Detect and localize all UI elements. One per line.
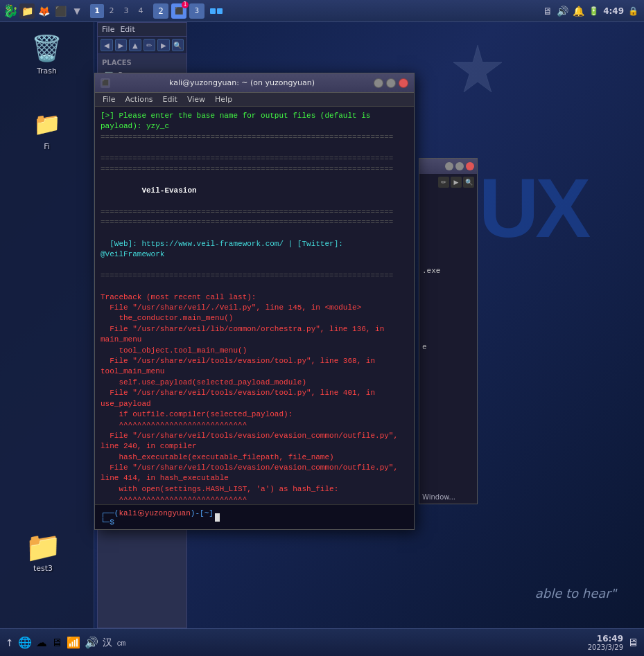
terminal-cursor bbox=[215, 513, 220, 522]
app-icon-browser[interactable]: 📁 bbox=[19, 3, 35, 19]
bottom-lang-icon[interactable]: 汉 bbox=[103, 637, 112, 649]
workspace-3[interactable]: 3 bbox=[119, 4, 133, 18]
terminal-web-line: [Web]: https://www.veil-framework.com/ |… bbox=[101, 240, 343, 258]
another-badge[interactable]: 3 bbox=[189, 3, 204, 19]
bottom-date: 2023/3/29 bbox=[588, 644, 623, 651]
app-icon-terminal[interactable]: ⬛ bbox=[53, 3, 68, 19]
terminal-traceback-13: File "/usr/share/veil/tools/evasion/evas… bbox=[101, 463, 398, 482]
terminal-body[interactable]: [>] Please enter the base name for outpu… bbox=[95, 107, 414, 504]
fm-up-btn[interactable]: ▲ bbox=[129, 39, 141, 51]
exe-label: .exe bbox=[422, 267, 440, 275]
ux-text: UX bbox=[479, 160, 588, 256]
volume-icon[interactable]: 🔊 bbox=[557, 6, 568, 17]
test3-desktop-icon[interactable]: 📁 test3 bbox=[25, 530, 61, 573]
terminal-input-line: ┌──(kali㉿yuzongyuan)-[~] └─$ bbox=[95, 504, 414, 529]
bottom-right-icon[interactable]: 🖥 bbox=[627, 636, 638, 649]
fm-search-btn[interactable]: 🔍 bbox=[172, 39, 184, 51]
bottom-monitor-icon[interactable]: 🖥 bbox=[51, 636, 62, 649]
window-bottom-label: Window... bbox=[422, 493, 455, 501]
active-app-badge[interactable]: 2 bbox=[153, 3, 168, 19]
battery-icon[interactable]: 🔋 bbox=[589, 6, 599, 16]
trash-icon[interactable]: 🗑️ Trash bbox=[19, 29, 75, 78]
lock-icon[interactable]: 🔒 bbox=[628, 6, 638, 16]
screen-icon[interactable]: 🖥 bbox=[543, 6, 552, 17]
app-icon-chevron[interactable]: ▼ bbox=[69, 3, 85, 19]
terminal-menu-actions[interactable]: Actions bbox=[123, 94, 155, 105]
terminal-sep-1: ========================================… bbox=[101, 133, 393, 141]
bottom-globe-icon[interactable]: 🌐 bbox=[18, 636, 32, 649]
second-win-close[interactable] bbox=[466, 162, 474, 170]
time-display: 16:49 2023/3/29 bbox=[588, 634, 623, 651]
fm-menu-edit[interactable]: Edit bbox=[120, 25, 134, 34]
second-win-edit-btn[interactable]: ✏ bbox=[438, 177, 449, 188]
terminal-badge[interactable]: ⬛ 1 bbox=[171, 3, 186, 19]
terminal-traceback-4: File "/usr/share/veil/lib/common/orchest… bbox=[101, 325, 384, 344]
second-win-toolbar: ✏ ▶ 🔍 bbox=[422, 177, 474, 188]
terminal-menu-edit[interactable]: Edit bbox=[161, 94, 180, 105]
ux-subtitle: able to hear" bbox=[535, 586, 616, 601]
terminal-sep-5: ========================================… bbox=[101, 218, 393, 227]
test3-folder-img: 📁 bbox=[25, 530, 61, 564]
terminal-traceback-5: tool_object.tool_main_menu() bbox=[101, 346, 247, 355]
notification-icon[interactable]: 🔔 bbox=[573, 6, 584, 17]
terminal-icon: ⬛ bbox=[101, 78, 110, 88]
bottom-arrow-icon[interactable]: ↑ bbox=[6, 637, 14, 648]
terminal-title: kali@yuzongyuan: ~ (on yuzongyuan) bbox=[110, 78, 374, 87]
terminal-prompt-open-paren: ┌──( bbox=[101, 509, 119, 517]
network-indicator bbox=[210, 8, 223, 14]
fm-edit-btn[interactable]: ✏ bbox=[143, 39, 156, 51]
terminal-menu-help[interactable]: Help bbox=[213, 94, 234, 105]
folder-icon-img: 📁 bbox=[31, 107, 64, 141]
terminal-traceback-2: File "/usr/share/veil/./Veil.py", line 1… bbox=[101, 303, 361, 312]
bottom-cloud-icon[interactable]: ☁ bbox=[36, 636, 47, 649]
test3-label: test3 bbox=[33, 564, 53, 573]
terminal-traceback-7: self.use_payload(selected_payload_module… bbox=[101, 378, 306, 387]
taskbar-top-right: 🖥 🔊 🔔 🔋 4:49 🔒 bbox=[543, 6, 644, 17]
terminal-prompt-user: kali㉿yuzongyuan bbox=[119, 509, 190, 517]
terminal-titlebar: ⬛ kali@yuzongyuan: ~ (on yuzongyuan) bbox=[95, 73, 414, 93]
bottom-tray-icons: ↑ 🌐 ☁ 🖥 📶 🔊 汉 ㎝ bbox=[6, 636, 126, 649]
fm-back-btn[interactable]: ◀ bbox=[101, 39, 113, 51]
close-button[interactable] bbox=[399, 78, 408, 88]
workspace-1[interactable]: 1 bbox=[90, 4, 104, 18]
terminal-traceback-8: File "/usr/share/veil/tools/evasion/tool… bbox=[101, 389, 375, 407]
fm-toolbar: ◀ ▶ ▲ ✏ ▶ 🔍 bbox=[98, 37, 186, 54]
bottom-volume-icon[interactable]: 🔊 bbox=[85, 636, 98, 649]
app-icon-kali[interactable]: 🐉 bbox=[3, 3, 18, 19]
terminal-line-1: [>] Please enter the base name for outpu… bbox=[101, 112, 370, 130]
fm-next-btn[interactable]: ▶ bbox=[157, 39, 170, 51]
second-win-search-btn[interactable]: 🔍 bbox=[463, 177, 474, 188]
fm-menu-file[interactable]: File bbox=[102, 25, 114, 34]
terminal-menu-view[interactable]: View bbox=[185, 94, 207, 105]
second-window: ✏ ▶ 🔍 .exe e Window... bbox=[419, 158, 478, 504]
trash-label: Trash bbox=[37, 67, 57, 76]
bottom-input-icon[interactable]: ㎝ bbox=[116, 637, 126, 649]
fm-forward-btn[interactable]: ▶ bbox=[115, 39, 128, 51]
trash-icon-img: 🗑️ bbox=[31, 32, 64, 65]
minimize-button[interactable] bbox=[374, 78, 383, 88]
bottom-time: 16:49 bbox=[588, 634, 623, 644]
terminal-sep-2: ========================================… bbox=[101, 154, 393, 163]
workspace-switcher: 1 2 3 4 bbox=[90, 4, 148, 18]
second-win-next-btn[interactable]: ▶ bbox=[451, 177, 462, 188]
terminal-window-buttons bbox=[374, 78, 408, 88]
second-win-minimize[interactable] bbox=[445, 162, 453, 170]
terminal-traceback-10: ^^^^^^^^^^^^^^^^^^^^^^^^^^^^ bbox=[101, 420, 247, 429]
maximize-button[interactable] bbox=[386, 78, 396, 88]
workspace-2[interactable]: 2 bbox=[105, 4, 119, 18]
terminal-traceback-12: hash_executable(executable_filepath, fil… bbox=[101, 453, 334, 461]
folder-icon[interactable]: 📁 Fi bbox=[19, 105, 75, 154]
terminal-menu-file[interactable]: File bbox=[101, 94, 117, 105]
fm-places-section: Places bbox=[98, 57, 186, 69]
workspace-4[interactable]: 4 bbox=[134, 4, 148, 18]
e-label: e bbox=[422, 343, 427, 351]
terminal-prompt-symbol: └─$ bbox=[101, 518, 114, 526]
terminal-traceback-6: File "/usr/share/veil/tools/evasion/tool… bbox=[101, 357, 375, 375]
second-win-maximize[interactable] bbox=[455, 162, 464, 170]
bottom-wifi-icon[interactable]: 📶 bbox=[67, 636, 80, 649]
top-time: 4:49 bbox=[603, 6, 624, 16]
app-icon-files[interactable]: 🦊 bbox=[36, 3, 51, 19]
taskbar-bottom: ↑ 🌐 ☁ 🖥 📶 🔊 汉 ㎝ 16:49 2023/3/29 🖥 bbox=[0, 628, 644, 656]
terminal-traceback-3: the_conductor.main_menu() bbox=[101, 314, 233, 322]
terminal-window: ⬛ kali@yuzongyuan: ~ (on yuzongyuan) Fil… bbox=[94, 73, 415, 530]
